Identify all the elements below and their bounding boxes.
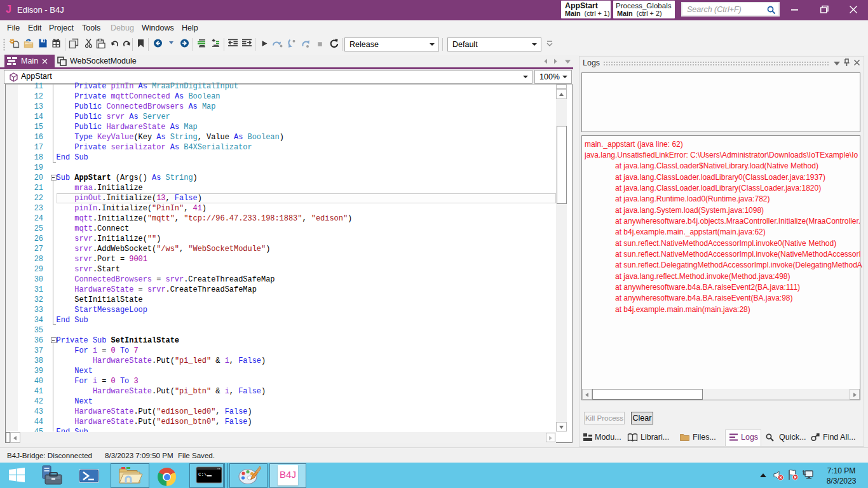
svg-text:C:\: C:\: [198, 472, 207, 477]
